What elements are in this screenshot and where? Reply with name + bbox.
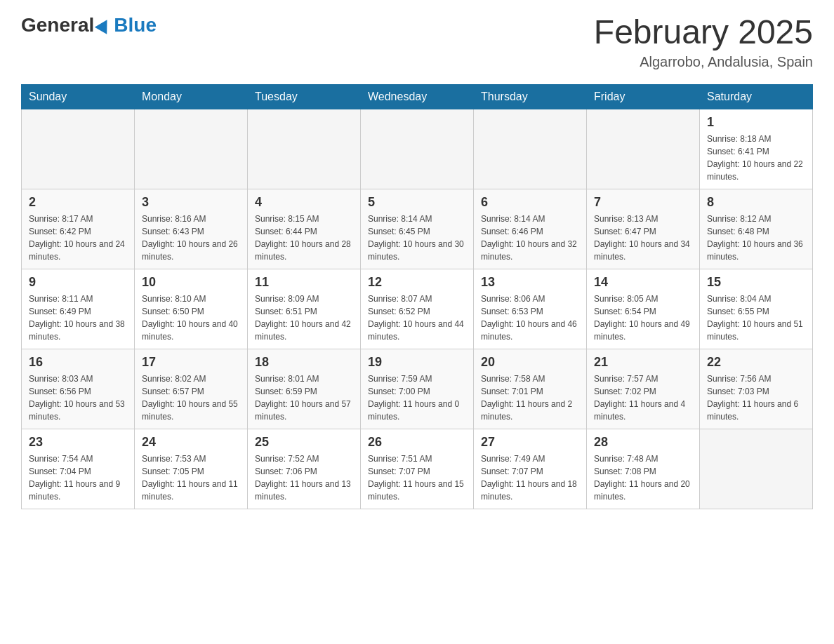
calendar-cell: 10Sunrise: 8:10 AMSunset: 6:50 PMDayligh… — [135, 269, 248, 349]
day-number: 28 — [594, 435, 692, 450]
calendar-cell: 8Sunrise: 8:12 AMSunset: 6:48 PMDaylight… — [700, 189, 813, 269]
logo-general-text: General — [21, 14, 94, 36]
day-number: 2 — [29, 195, 127, 210]
calendar-table: SundayMondayTuesdayWednesdayThursdayFrid… — [21, 84, 813, 509]
calendar-cell — [135, 109, 248, 189]
day-number: 8 — [707, 195, 805, 210]
day-header-tuesday: Tuesday — [248, 84, 361, 109]
day-info: Sunrise: 8:13 AMSunset: 6:47 PMDaylight:… — [594, 213, 692, 263]
day-number: 16 — [29, 355, 127, 370]
calendar-body: 1Sunrise: 8:18 AMSunset: 6:41 PMDaylight… — [22, 109, 813, 509]
calendar-cell: 7Sunrise: 8:13 AMSunset: 6:47 PMDaylight… — [587, 189, 700, 269]
logo-blue-text: Blue — [114, 14, 157, 36]
calendar-cell: 18Sunrise: 8:01 AMSunset: 6:59 PMDayligh… — [248, 349, 361, 429]
day-number: 13 — [481, 275, 579, 290]
calendar-cell: 17Sunrise: 8:02 AMSunset: 6:57 PMDayligh… — [135, 349, 248, 429]
day-info: Sunrise: 8:02 AMSunset: 6:57 PMDaylight:… — [142, 373, 240, 423]
logo: General Blue — [21, 14, 157, 36]
day-number: 12 — [368, 275, 466, 290]
calendar-cell: 6Sunrise: 8:14 AMSunset: 6:46 PMDaylight… — [474, 189, 587, 269]
day-info: Sunrise: 8:11 AMSunset: 6:49 PMDaylight:… — [29, 293, 127, 343]
day-info: Sunrise: 8:16 AMSunset: 6:43 PMDaylight:… — [142, 213, 240, 263]
day-number: 26 — [368, 435, 466, 450]
day-header-friday: Friday — [587, 84, 700, 109]
calendar-cell: 26Sunrise: 7:51 AMSunset: 7:07 PMDayligh… — [361, 429, 474, 509]
day-number: 18 — [255, 355, 353, 370]
calendar-cell: 1Sunrise: 8:18 AMSunset: 6:41 PMDaylight… — [700, 109, 813, 189]
header-row: SundayMondayTuesdayWednesdayThursdayFrid… — [22, 84, 813, 109]
day-info: Sunrise: 8:18 AMSunset: 6:41 PMDaylight:… — [707, 133, 805, 183]
day-header-saturday: Saturday — [700, 84, 813, 109]
calendar-cell: 11Sunrise: 8:09 AMSunset: 6:51 PMDayligh… — [248, 269, 361, 349]
day-number: 11 — [255, 275, 353, 290]
day-number: 21 — [594, 355, 692, 370]
day-info: Sunrise: 8:06 AMSunset: 6:53 PMDaylight:… — [481, 293, 579, 343]
calendar-cell: 13Sunrise: 8:06 AMSunset: 6:53 PMDayligh… — [474, 269, 587, 349]
week-row-4: 16Sunrise: 8:03 AMSunset: 6:56 PMDayligh… — [22, 349, 813, 429]
day-info: Sunrise: 8:04 AMSunset: 6:55 PMDaylight:… — [707, 293, 805, 343]
day-number: 3 — [142, 195, 240, 210]
calendar-cell — [361, 109, 474, 189]
calendar-cell: 28Sunrise: 7:48 AMSunset: 7:08 PMDayligh… — [587, 429, 700, 509]
day-number: 6 — [481, 195, 579, 210]
day-header-wednesday: Wednesday — [361, 84, 474, 109]
calendar-cell: 23Sunrise: 7:54 AMSunset: 7:04 PMDayligh… — [22, 429, 135, 509]
day-info: Sunrise: 7:54 AMSunset: 7:04 PMDaylight:… — [29, 452, 127, 503]
day-info: Sunrise: 7:59 AMSunset: 7:00 PMDaylight:… — [368, 373, 466, 423]
day-info: Sunrise: 8:15 AMSunset: 6:44 PMDaylight:… — [255, 213, 353, 263]
day-number: 7 — [594, 195, 692, 210]
day-number: 5 — [368, 195, 466, 210]
day-info: Sunrise: 8:07 AMSunset: 6:52 PMDaylight:… — [368, 293, 466, 343]
day-info: Sunrise: 7:51 AMSunset: 7:07 PMDaylight:… — [368, 452, 466, 503]
calendar-cell: 12Sunrise: 8:07 AMSunset: 6:52 PMDayligh… — [361, 269, 474, 349]
calendar-cell: 2Sunrise: 8:17 AMSunset: 6:42 PMDaylight… — [22, 189, 135, 269]
calendar-cell: 16Sunrise: 8:03 AMSunset: 6:56 PMDayligh… — [22, 349, 135, 429]
day-number: 20 — [481, 355, 579, 370]
day-number: 25 — [255, 435, 353, 450]
calendar-cell — [474, 109, 587, 189]
day-number: 19 — [368, 355, 466, 370]
calendar-cell: 14Sunrise: 8:05 AMSunset: 6:54 PMDayligh… — [587, 269, 700, 349]
calendar-cell: 15Sunrise: 8:04 AMSunset: 6:55 PMDayligh… — [700, 269, 813, 349]
week-row-5: 23Sunrise: 7:54 AMSunset: 7:04 PMDayligh… — [22, 429, 813, 509]
day-info: Sunrise: 8:05 AMSunset: 6:54 PMDaylight:… — [594, 293, 692, 343]
page-header: General Blue February 2025 Algarrobo, An… — [21, 14, 813, 70]
calendar-header: SundayMondayTuesdayWednesdayThursdayFrid… — [22, 84, 813, 109]
day-info: Sunrise: 7:58 AMSunset: 7:01 PMDaylight:… — [481, 373, 579, 423]
location-text: Algarrobo, Andalusia, Spain — [594, 54, 813, 70]
title-area: February 2025 Algarrobo, Andalusia, Spai… — [594, 14, 813, 70]
day-info: Sunrise: 8:17 AMSunset: 6:42 PMDaylight:… — [29, 213, 127, 263]
calendar-cell — [22, 109, 135, 189]
calendar-cell: 19Sunrise: 7:59 AMSunset: 7:00 PMDayligh… — [361, 349, 474, 429]
calendar-cell — [587, 109, 700, 189]
day-info: Sunrise: 8:01 AMSunset: 6:59 PMDaylight:… — [255, 373, 353, 423]
day-info: Sunrise: 7:57 AMSunset: 7:02 PMDaylight:… — [594, 373, 692, 423]
week-row-1: 1Sunrise: 8:18 AMSunset: 6:41 PMDaylight… — [22, 109, 813, 189]
calendar-cell: 4Sunrise: 8:15 AMSunset: 6:44 PMDaylight… — [248, 189, 361, 269]
day-number: 9 — [29, 275, 127, 290]
calendar-cell: 21Sunrise: 7:57 AMSunset: 7:02 PMDayligh… — [587, 349, 700, 429]
day-number: 17 — [142, 355, 240, 370]
month-title: February 2025 — [594, 14, 813, 51]
day-header-monday: Monday — [135, 84, 248, 109]
calendar-cell: 3Sunrise: 8:16 AMSunset: 6:43 PMDaylight… — [135, 189, 248, 269]
calendar-cell — [700, 429, 813, 509]
calendar-cell: 25Sunrise: 7:52 AMSunset: 7:06 PMDayligh… — [248, 429, 361, 509]
day-number: 27 — [481, 435, 579, 450]
calendar-cell: 9Sunrise: 8:11 AMSunset: 6:49 PMDaylight… — [22, 269, 135, 349]
day-number: 4 — [255, 195, 353, 210]
day-header-sunday: Sunday — [22, 84, 135, 109]
week-row-2: 2Sunrise: 8:17 AMSunset: 6:42 PMDaylight… — [22, 189, 813, 269]
day-info: Sunrise: 7:56 AMSunset: 7:03 PMDaylight:… — [707, 373, 805, 423]
calendar-cell: 22Sunrise: 7:56 AMSunset: 7:03 PMDayligh… — [700, 349, 813, 429]
calendar-cell: 20Sunrise: 7:58 AMSunset: 7:01 PMDayligh… — [474, 349, 587, 429]
day-info: Sunrise: 7:49 AMSunset: 7:07 PMDaylight:… — [481, 452, 579, 503]
day-info: Sunrise: 7:48 AMSunset: 7:08 PMDaylight:… — [594, 452, 692, 503]
day-number: 15 — [707, 275, 805, 290]
calendar-cell: 27Sunrise: 7:49 AMSunset: 7:07 PMDayligh… — [474, 429, 587, 509]
day-info: Sunrise: 8:14 AMSunset: 6:46 PMDaylight:… — [481, 213, 579, 263]
day-number: 1 — [707, 115, 805, 130]
day-number: 22 — [707, 355, 805, 370]
day-info: Sunrise: 8:10 AMSunset: 6:50 PMDaylight:… — [142, 293, 240, 343]
day-number: 10 — [142, 275, 240, 290]
